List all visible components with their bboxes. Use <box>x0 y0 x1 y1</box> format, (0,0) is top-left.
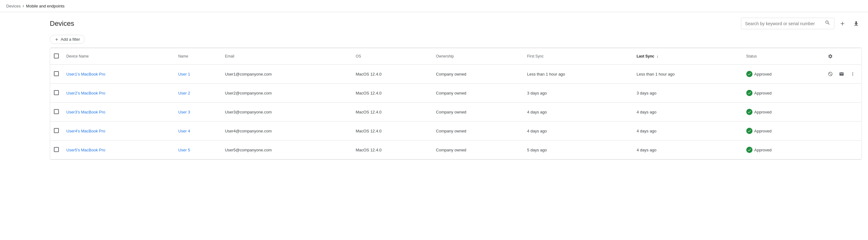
email-button[interactable] <box>837 107 846 117</box>
status-approved-icon <box>746 71 752 77</box>
row-checkbox-0[interactable] <box>54 71 59 76</box>
os-cell: MacOS 12.4.0 <box>352 83 432 103</box>
ownership-cell: Company owned <box>432 122 523 140</box>
col-email[interactable]: Email <box>221 48 352 65</box>
status-label: Approved <box>754 129 772 133</box>
sort-desc-icon: ↓ <box>657 54 658 59</box>
block-button[interactable] <box>825 145 835 155</box>
status-cell: Approved <box>743 83 822 103</box>
os-cell: MacOS 12.4.0 <box>352 65 432 83</box>
devices-table: Device Name Name Email OS Ownership Firs… <box>50 48 862 160</box>
first-sync-cell: Less than 1 hour ago <box>523 65 633 83</box>
download-button[interactable] <box>850 18 862 29</box>
last-sync-cell: Less than 1 hour ago <box>633 65 743 83</box>
breadcrumb-parent[interactable]: Devices <box>6 4 21 8</box>
row-actions-cell <box>822 65 862 83</box>
col-last-sync[interactable]: Last Sync ↓ <box>633 48 743 65</box>
user-name-link[interactable]: User 5 <box>178 148 190 152</box>
status-label: Approved <box>754 91 772 96</box>
row-checkbox-4[interactable] <box>54 147 59 152</box>
more-button[interactable] <box>848 126 858 136</box>
status-cell: Approved <box>743 65 822 83</box>
col-status[interactable]: Status <box>743 48 822 65</box>
col-name[interactable]: Name <box>174 48 221 65</box>
block-button[interactable] <box>825 88 835 98</box>
add-filter-button[interactable]: Add a filter <box>50 35 85 44</box>
search-input[interactable] <box>745 21 822 26</box>
last-sync-cell: 4 days ago <box>633 122 743 140</box>
select-all-checkbox[interactable] <box>54 54 59 59</box>
user-name-link[interactable]: User 1 <box>178 72 190 76</box>
more-button[interactable] <box>848 145 858 155</box>
status-approved-icon <box>746 147 752 153</box>
col-settings[interactable] <box>822 48 862 65</box>
add-button[interactable] <box>837 18 848 29</box>
block-button[interactable] <box>825 69 835 79</box>
last-sync-cell: 3 days ago <box>633 83 743 103</box>
breadcrumb-current: Mobile and endpoints <box>26 4 65 8</box>
os-cell: MacOS 12.4.0 <box>352 122 432 140</box>
col-device-name[interactable]: Device Name <box>63 48 174 65</box>
col-os[interactable]: OS <box>352 48 432 65</box>
block-button[interactable] <box>825 126 835 136</box>
email-cell: User2@companyone.com <box>221 83 352 103</box>
email-cell: User5@companyone.com <box>221 140 352 160</box>
more-button[interactable] <box>848 107 858 117</box>
col-ownership[interactable]: Ownership <box>432 48 523 65</box>
email-button[interactable] <box>837 126 846 136</box>
add-filter-label: Add a filter <box>61 37 80 42</box>
table-row: User2's MacBook ProUser 2User2@companyon… <box>50 83 862 103</box>
email-button[interactable] <box>837 69 846 79</box>
device-name-link[interactable]: User2's MacBook Pro <box>66 91 105 96</box>
select-all-header[interactable] <box>50 48 63 65</box>
page-title: Devices <box>50 20 74 28</box>
table-row: User4's MacBook ProUser 4User4@companyon… <box>50 122 862 140</box>
main-container: Devices <box>0 12 868 166</box>
table-row: User5's MacBook ProUser 5User5@companyon… <box>50 140 862 160</box>
os-cell: MacOS 12.4.0 <box>352 103 432 122</box>
ownership-cell: Company owned <box>432 83 523 103</box>
ownership-cell: Company owned <box>432 103 523 122</box>
search-box <box>741 18 834 29</box>
first-sync-cell: 4 days ago <box>523 103 633 122</box>
first-sync-cell: 3 days ago <box>523 83 633 103</box>
first-sync-cell: 5 days ago <box>523 140 633 160</box>
col-first-sync[interactable]: First Sync <box>523 48 633 65</box>
user-name-link[interactable]: User 2 <box>178 91 190 96</box>
row-checkbox-2[interactable] <box>54 109 59 114</box>
email-cell: User4@companyone.com <box>221 122 352 140</box>
last-sync-cell: 4 days ago <box>633 140 743 160</box>
header-actions <box>741 18 862 29</box>
email-cell: User3@companyone.com <box>221 103 352 122</box>
breadcrumb-separator: › <box>23 3 24 9</box>
email-button[interactable] <box>837 145 846 155</box>
last-sync-cell: 4 days ago <box>633 103 743 122</box>
row-actions-cell <box>822 103 862 122</box>
column-settings-button[interactable] <box>825 51 835 61</box>
first-sync-cell: 4 days ago <box>523 122 633 140</box>
search-icon <box>825 20 830 27</box>
status-label: Approved <box>754 148 772 152</box>
row-checkbox-3[interactable] <box>54 128 59 133</box>
page-header: Devices <box>50 12 862 34</box>
table-wrapper: Device Name Name Email OS Ownership Firs… <box>50 47 862 160</box>
user-name-link[interactable]: User 3 <box>178 110 190 114</box>
table-header-row: Device Name Name Email OS Ownership Firs… <box>50 48 862 65</box>
device-name-link[interactable]: User4's MacBook Pro <box>66 129 105 133</box>
device-name-link[interactable]: User1's MacBook Pro <box>66 72 105 76</box>
status-label: Approved <box>754 72 772 76</box>
device-name-link[interactable]: User5's MacBook Pro <box>66 148 105 152</box>
row-actions-cell <box>822 122 862 140</box>
device-name-link[interactable]: User3's MacBook Pro <box>66 110 105 114</box>
user-name-link[interactable]: User 4 <box>178 129 190 133</box>
more-button[interactable] <box>848 88 858 98</box>
status-cell: Approved <box>743 122 822 140</box>
table-row: User3's MacBook ProUser 3User3@companyon… <box>50 103 862 122</box>
ownership-cell: Company owned <box>432 140 523 160</box>
email-button[interactable] <box>837 88 846 98</box>
row-checkbox-1[interactable] <box>54 90 59 95</box>
os-cell: MacOS 12.4.0 <box>352 140 432 160</box>
table-body: User1's MacBook ProUser 1User1@companyon… <box>50 65 862 160</box>
more-button[interactable] <box>848 69 858 79</box>
block-button[interactable] <box>825 107 835 117</box>
